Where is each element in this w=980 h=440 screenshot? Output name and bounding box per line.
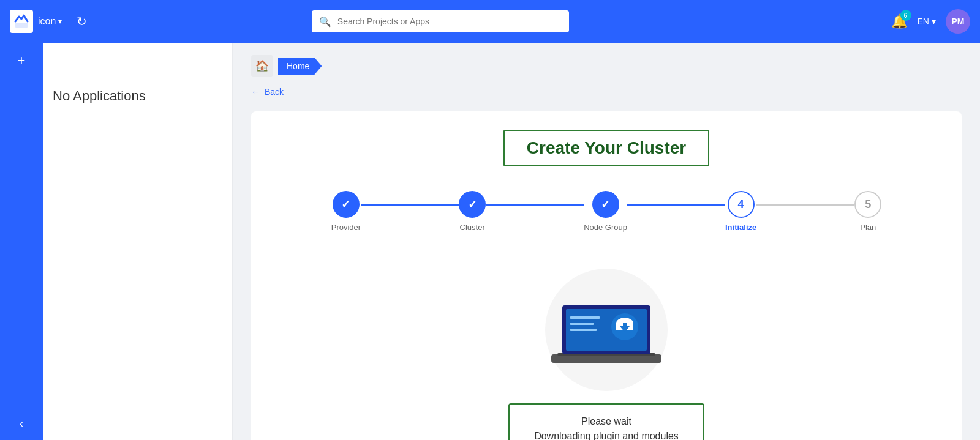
back-label: Back <box>265 87 284 97</box>
step-initialize-label: Initialize <box>725 223 756 232</box>
refresh-button[interactable]: ↻ <box>77 14 87 29</box>
illustration: Please wait Downloading plugin and modul… <box>263 256 949 440</box>
left-panel: No Applications <box>43 43 233 440</box>
sidebar-collapse-button[interactable]: ‹ <box>20 417 23 430</box>
notification-badge: 6 <box>900 10 911 21</box>
home-icon[interactable]: 🏠 <box>251 55 273 77</box>
step-plan-label: Plan <box>860 223 876 232</box>
language-selector[interactable]: EN ▾ <box>918 17 936 26</box>
svg-rect-5 <box>570 316 600 319</box>
connector-1 <box>361 204 459 206</box>
connector-4 <box>756 204 854 206</box>
lang-chevron-icon: ▾ <box>932 17 936 26</box>
notification-button[interactable]: 🔔 6 <box>891 13 908 29</box>
brand-logo <box>10 10 33 33</box>
back-button[interactable]: ← Back <box>251 87 962 97</box>
svg-rect-6 <box>570 323 594 325</box>
step-cluster-circle: ✓ <box>459 191 486 218</box>
step-provider: ✓ Provider <box>331 191 361 232</box>
step-nodegroup-label: Node Group <box>584 223 627 232</box>
search-icon: 🔍 <box>319 16 331 28</box>
cluster-card: Create Your Cluster ✓ Provider ✓ Cluster <box>251 111 962 440</box>
user-avatar[interactable]: PM <box>946 9 970 34</box>
cluster-title-section: Create Your Cluster <box>263 130 949 166</box>
navbar: icon ▾ ↻ 🔍 🔔 6 EN ▾ PM <box>0 0 980 43</box>
connector-2 <box>486 204 584 206</box>
connector-3 <box>627 204 725 206</box>
step-plan-circle: 5 <box>854 191 881 218</box>
step-cluster: ✓ Cluster <box>459 191 486 232</box>
laptop-illustration <box>539 269 674 391</box>
left-panel-header <box>43 43 232 73</box>
svg-rect-12 <box>623 323 627 329</box>
status-box: Please wait Downloading plugin and modul… <box>508 403 704 440</box>
back-arrow-icon: ← <box>251 87 260 97</box>
brand-name-text[interactable]: icon ▾ <box>38 16 62 27</box>
laptop-svg <box>539 269 674 373</box>
no-applications-text: No Applications <box>43 73 232 119</box>
search-container: 🔍 <box>312 10 569 32</box>
status-line1: Please wait <box>534 414 679 429</box>
step-nodegroup: ✓ Node Group <box>584 191 627 232</box>
navbar-right: 🔔 6 EN ▾ PM <box>891 9 970 34</box>
step-plan: 5 Plan <box>854 191 881 232</box>
main-layout: + ‹ No Applications 🏠 Home ← Back Create… <box>0 43 980 440</box>
svg-rect-0 <box>15 23 28 28</box>
brand: icon ▾ ↻ <box>10 10 151 33</box>
page-title: Create Your Cluster <box>503 130 709 166</box>
step-provider-circle: ✓ <box>333 191 360 218</box>
sidebar: + ‹ <box>0 43 43 440</box>
svg-rect-7 <box>570 329 597 331</box>
brand-chevron-icon: ▾ <box>58 17 62 26</box>
sidebar-add-button[interactable]: + <box>18 53 26 69</box>
svg-rect-1 <box>551 354 662 363</box>
breadcrumb: 🏠 Home <box>251 55 962 77</box>
step-nodegroup-circle: ✓ <box>592 191 619 218</box>
status-line2: Downloading plugin and modules <box>534 429 679 440</box>
search-input[interactable] <box>312 10 569 32</box>
stepper: ✓ Provider ✓ Cluster ✓ Node Group <box>263 191 949 232</box>
breadcrumb-home-item[interactable]: Home <box>278 58 322 75</box>
content-area: 🏠 Home ← Back Create Your Cluster ✓ Prov… <box>233 43 980 440</box>
step-provider-label: Provider <box>331 223 361 232</box>
step-initialize: 4 Initialize <box>725 191 756 232</box>
step-cluster-label: Cluster <box>460 223 485 232</box>
step-initialize-circle: 4 <box>728 191 755 218</box>
